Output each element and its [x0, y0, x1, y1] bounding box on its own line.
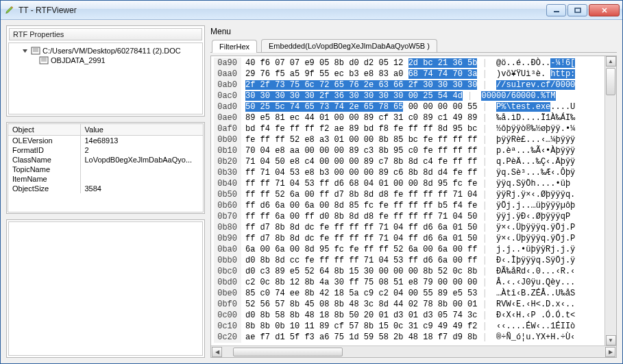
titlebar[interactable]: TT - RTFViewer	[1, 1, 622, 20]
hex-row[interactable]: 0b40ff ff 71 04 53 ff d6 68 04 01 00 00 …	[214, 178, 602, 189]
hex-ascii[interactable]: //sulrev.cf/0000	[496, 80, 575, 90]
property-row[interactable]: OLEVersion14e68913	[8, 136, 203, 146]
hex-bytes[interactable]: c2 0c 8b 12 8b 4a 30 ff 75 08 51 e8 79 0…	[245, 277, 477, 288]
hex-row[interactable]: 0ad050 25 5c 74 65 73 74 2e 65 78 65 00 …	[214, 101, 602, 112]
hex-row[interactable]: 0b1070 04 e8 aa 00 00 00 89 c3 8b 95 c0 …	[214, 145, 602, 156]
hex-row[interactable]: 0ba06a 00 6a 00 8d 95 fc fe ff ff 52 6a …	[214, 244, 602, 255]
hex-selection[interactable]: 2f 2f 73 75 6c 72 65 76 2e 63 66 2f 30 3…	[245, 80, 477, 90]
hex-bytes[interactable]: ff d7 8b 8d dc fe ff ff ff 71 04 ff d6 6…	[245, 233, 477, 244]
ascii-selection[interactable]: -¼!6[	[550, 58, 575, 68]
hex-bytes[interactable]: 29 76 f5 a5 9f 55 ec b3 e8 83 a0 68 74 7…	[245, 69, 477, 80]
hex-row[interactable]: 0b00fe ff ff 52 e8 a3 01 00 00 8b 85 bc …	[214, 134, 602, 145]
property-row[interactable]: ClassNameLoVopdB0egXeJlmDabAaQyo...	[8, 155, 203, 165]
hex-row[interactable]: 0b80ff d7 8b 8d dc fe ff ff ff 71 04 ff …	[214, 222, 602, 233]
hex-row[interactable]: 0be085 c0 74 ee 8b 42 18 5a c9 c2 04 00 …	[214, 288, 602, 299]
ascii-selection[interactable]: 00000/60000.%TM	[481, 91, 555, 101]
tab-embedded[interactable]: Embedded(LoVopdB0egXeJlmDabAaQyoW5B )	[261, 39, 437, 52]
hex-bytes[interactable]: 89 e5 81 ec 44 01 00 00 89 cf 31 c0 89 c…	[245, 112, 477, 123]
tree-child-row[interactable]: OBJDATA_2991	[10, 56, 201, 65]
hex-bytes[interactable]: bd f4 fe ff ff f2 ae 89 bd f8 fe ff ff 8…	[245, 123, 477, 134]
file-tree[interactable]: C:/Users/VM/Desktop/60278411 (2).DOC OBJ…	[8, 43, 203, 114]
hex-ascii[interactable]: þÿÿRè£...‹…¼þÿÿÿ	[496, 134, 575, 145]
minimize-button[interactable]	[546, 4, 566, 16]
hex-row[interactable]: 0bd0c2 0c 8b 12 8b 4a 30 ff 75 08 51 e8 …	[214, 277, 602, 288]
hex-ascii[interactable]: ½ôþÿÿò®‰½øþÿÿ.•¼	[496, 123, 575, 134]
scroll-thumb-h[interactable]	[233, 348, 343, 356]
hex-bytes[interactable]: 50 25 5c 74 65 73 74 2e 65 78 65 00 00 0…	[245, 101, 477, 112]
hex-row[interactable]: 0c108b 8b 0b 10 11 89 cf 57 8b 15 0c 31 …	[214, 321, 602, 332]
hex-row[interactable]: 0ac030 30 30 30 30 2f 36 30 30 30 30 00 …	[214, 90, 602, 101]
scroll-up-icon[interactable]: ▲	[606, 56, 616, 66]
hex-ascii[interactable]: Â.‹.‹J0ÿu.Qèy...	[496, 277, 575, 288]
hex-row[interactable]: 0b60ff d6 6a 00 6a 00 8d 85 fc fe ff ff …	[214, 200, 602, 211]
hex-bytes[interactable]: ae f7 d1 5f f3 a6 75 1d 59 58 2b 48 18 f…	[245, 332, 477, 343]
hex-ascii[interactable]: q.PèÄ...‰Ç‹.Äþÿÿ	[496, 156, 575, 167]
hex-ascii[interactable]: P%\test.exe....U	[496, 101, 575, 112]
hex-ascii[interactable]: ®÷Ñ_ó¦u.YX+H.÷Ù‹	[496, 332, 575, 343]
hex-bytes[interactable]: 2f 2f 73 75 6c 72 65 76 2e 63 66 2f 30 3…	[245, 80, 477, 90]
hex-row[interactable]: 0bc0d0 c3 89 e5 52 64 8b 15 30 00 00 00 …	[214, 266, 602, 277]
tab-filterhex[interactable]: FilterHex	[212, 40, 257, 53]
hex-bytes[interactable]: 6a 00 6a 00 8d 95 fc fe ff ff 52 6a 00 6…	[245, 244, 477, 255]
properties-table[interactable]: Object Value OLEVersion14e68913FormatID2…	[8, 123, 204, 213]
hex-ascii[interactable]: @ö..é..ÐÒ..-¼!6[	[496, 58, 575, 69]
hex-ascii[interactable]: j.j..•üþÿÿRj.j.ÿ	[496, 244, 575, 255]
hex-row[interactable]: 0ab02f 2f 73 75 6c 72 65 76 2e 63 66 2f …	[214, 80, 602, 90]
hex-row[interactable]: 0ae089 e5 81 ec 44 01 00 00 89 cf 31 c0 …	[214, 112, 602, 123]
scroll-left-icon[interactable]: ◀	[212, 347, 222, 357]
hex-bytes[interactable]: d0 8b 8d cc fe ff ff ff 71 04 53 ff d6 6…	[245, 255, 477, 266]
hex-ascii[interactable]: …Àtî‹B.ZÉÂ..U‰åS	[496, 288, 575, 299]
hex-row[interactable]: 0b90ff d7 8b 8d dc fe ff ff ff 71 04 ff …	[214, 233, 602, 244]
property-row[interactable]: TopicName	[8, 165, 203, 174]
property-row[interactable]: FormatID2	[8, 145, 203, 155]
hex-bytes[interactable]: 85 c0 74 ee 8b 42 18 5a c9 c2 04 00 55 8…	[245, 288, 477, 299]
hex-bytes[interactable]: ff ff 52 6a 00 ff d7 8b 8d d8 fe ff ff f…	[245, 189, 477, 200]
hex-ascii[interactable]: 00000/60000.%TM	[481, 90, 555, 101]
hex-ascii[interactable]: ÿÖj.j..…üþÿÿÿµôþ	[496, 200, 575, 211]
hex-ascii[interactable]: p.èª...‰Ã‹•Àþÿÿÿ	[496, 145, 575, 156]
hex-bytes[interactable]: ff ff 71 04 53 ff d6 68 04 01 00 00 8d 9…	[245, 178, 477, 189]
scroll-down-icon[interactable]: ▼	[606, 335, 616, 345]
col-value[interactable]: Value	[80, 124, 203, 136]
hex-ascii[interactable]: )võ¥ŸUì³è. http:	[496, 69, 575, 80]
hex-bytes[interactable]: d0 8b 58 8b 48 18 8b 50 20 01 d3 01 d3 0…	[245, 310, 477, 321]
col-object[interactable]: Object	[8, 124, 80, 136]
hex-bytes[interactable]: 52 56 57 8b 45 08 8b 48 3c 8d 44 02 78 8…	[245, 299, 477, 310]
hex-selection[interactable]: 50 25 5c 74 65 73 74 2e 65 78 65	[245, 102, 403, 112]
hex-ascii[interactable]: ‰å.ìD....Ï1À‰ÁI‰	[496, 112, 575, 123]
hex-row[interactable]: 0a9040 f6 07 07 e9 05 8b d0 d2 05 12 2d …	[214, 58, 602, 69]
hex-bytes[interactable]: ff d6 6a 00 6a 00 8d 85 fc fe ff ff ff b…	[245, 200, 477, 211]
hex-ascii[interactable]: RVW‹E.‹H<.D.x‹..	[496, 299, 575, 310]
hex-selection[interactable]: 2d bc 21 36 5b	[408, 58, 478, 68]
hex-selection[interactable]: 68 74 74 70 3a	[408, 69, 478, 79]
hex-bytes[interactable]: fe ff ff 52 e8 a3 01 00 00 8b 85 bc fe f…	[245, 134, 477, 145]
vertical-scrollbar[interactable]: ▲ ▼	[604, 56, 616, 345]
hex-row[interactable]: 0b50ff ff 52 6a 00 ff d7 8b 8d d8 fe ff …	[214, 189, 602, 200]
scroll-right-icon[interactable]: ▶	[605, 347, 615, 357]
hex-ascii[interactable]: Ð‹X‹H.‹P .Ó.Ó.t<	[496, 310, 575, 321]
property-row[interactable]: ItemName	[8, 174, 203, 184]
hex-ascii[interactable]: ÿ×‹.Üþÿÿÿq.ÿÖj.P	[496, 222, 575, 233]
hex-bytes[interactable]: 30 30 30 30 30 2f 36 30 30 30 30 00 25 5…	[245, 90, 463, 101]
hex-selection[interactable]: 30 30 30 30 30 2f 36 30 30 30 30 00 25 5…	[245, 91, 463, 101]
hex-row[interactable]: 0b70ff ff 6a 00 ff d0 8b 8d d8 fe ff ff …	[214, 211, 602, 222]
scroll-thumb[interactable]	[606, 68, 615, 95]
hex-viewer[interactable]: 0a9040 f6 07 07 e9 05 8b d0 d2 05 12 2d …	[210, 56, 617, 358]
hex-row[interactable]: 0af0bd f4 fe ff ff f2 ae 89 bd f8 fe ff …	[214, 123, 602, 134]
hex-row[interactable]: 0aa029 76 f5 a5 9f 55 ec b3 e8 83 a0 68 …	[214, 69, 602, 80]
hex-bytes[interactable]: 40 f6 07 07 e9 05 8b d0 d2 05 12 2d bc 2…	[245, 58, 477, 69]
hex-ascii[interactable]: Ð‹.Ìþÿÿÿq.SÿÖj.ÿ	[496, 255, 575, 266]
ascii-selection[interactable]: P%\test.exe	[496, 102, 550, 112]
hex-row[interactable]: 0bb0d0 8b 8d cc fe ff ff ff 71 04 53 ff …	[214, 255, 602, 266]
tree-root-row[interactable]: C:/Users/VM/Desktop/60278411 (2).DOC	[10, 46, 201, 56]
maximize-button[interactable]	[567, 4, 587, 16]
hex-ascii[interactable]: ÿÿj.ÿÐ‹.ØþÿÿÿqP	[496, 211, 570, 222]
close-button[interactable]	[589, 4, 620, 16]
hex-bytes[interactable]: 70 04 e8 aa 00 00 00 89 c3 8b 95 c0 fe f…	[245, 145, 477, 156]
hex-row[interactable]: 0b30ff 71 04 53 e8 b3 00 00 00 89 c6 8b …	[214, 167, 602, 178]
hex-ascii[interactable]: ÿ×‹.Üþÿÿÿq.ÿÖj.P	[496, 233, 575, 244]
hex-ascii[interactable]: ÿÿq.SÿÖh....•üþ	[496, 178, 570, 189]
hex-row[interactable]: 0c00d0 8b 58 8b 48 18 8b 50 20 01 d3 01 …	[214, 310, 602, 321]
horizontal-scrollbar[interactable]: ◀ ▶	[211, 345, 616, 357]
menu-label[interactable]: Menu	[210, 25, 617, 36]
